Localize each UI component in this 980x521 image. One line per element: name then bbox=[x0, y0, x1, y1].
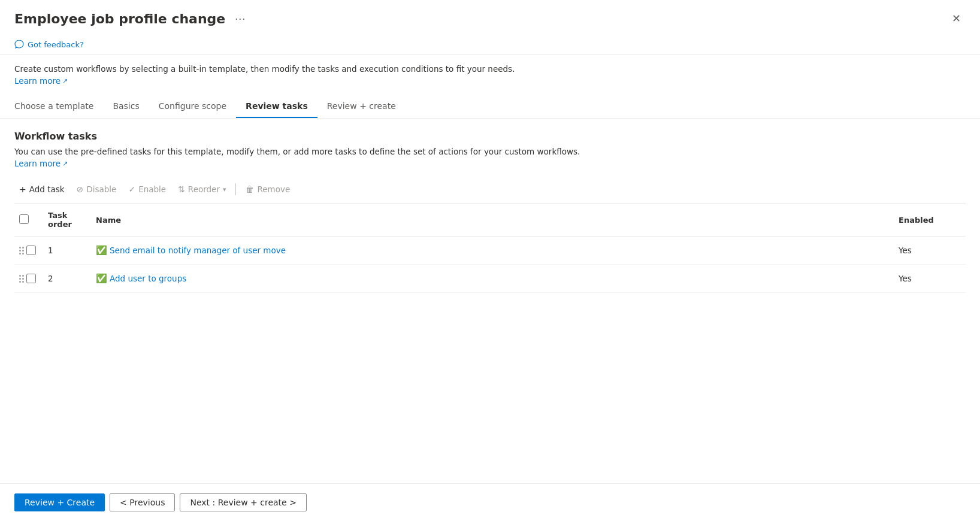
row1-task-link[interactable]: Send email to notify manager of user mov… bbox=[110, 246, 286, 255]
tab-review-create[interactable]: Review + create bbox=[317, 95, 406, 118]
row2-name: ✅ Add user to groups bbox=[91, 271, 894, 286]
header-left: Employee job profile change ··· bbox=[14, 11, 249, 26]
drag-handle-2[interactable] bbox=[19, 275, 24, 283]
enable-icon: ✓ bbox=[128, 184, 135, 194]
row1-checkbox[interactable] bbox=[26, 246, 36, 255]
description-section: Create custom workflows by selecting a b… bbox=[0, 54, 980, 90]
tab-configure-scope[interactable]: Configure scope bbox=[149, 95, 236, 118]
reorder-button[interactable]: ⇅ Reorder ▾ bbox=[173, 181, 231, 197]
add-task-button[interactable]: + Add task bbox=[14, 181, 69, 197]
row1-enabled: Yes bbox=[894, 243, 966, 258]
feedback-bar[interactable]: Got feedback? bbox=[0, 35, 980, 54]
row2-order: 2 bbox=[43, 271, 91, 286]
drag-handle-1[interactable] bbox=[19, 247, 24, 255]
toolbar-divider bbox=[235, 183, 236, 195]
external-link-icon: ↗ bbox=[62, 77, 68, 85]
learn-more-link-top[interactable]: Learn more ↗ bbox=[14, 76, 68, 86]
drag-dots-2 bbox=[19, 275, 24, 283]
col-name: Name bbox=[91, 213, 894, 227]
remove-button[interactable]: 🗑 Remove bbox=[241, 181, 295, 197]
table-row: 2 ✅ Add user to groups Yes bbox=[14, 265, 966, 293]
tab-choose-template[interactable]: Choose a template bbox=[14, 95, 103, 118]
next-button[interactable]: Next : Review + create > bbox=[180, 493, 306, 511]
learn-more-link-workflow[interactable]: Learn more ↗ bbox=[14, 159, 68, 168]
tab-basics[interactable]: Basics bbox=[103, 95, 149, 118]
task-table: Task order Name Enabled 1 bbox=[14, 204, 966, 293]
external-link-icon-2: ↗ bbox=[62, 160, 68, 168]
review-create-button[interactable]: Review + Create bbox=[14, 493, 105, 511]
ellipsis-button[interactable]: ··· bbox=[231, 11, 249, 26]
toolbar: + Add task ⊘ Disable ✓ Enable ⇅ Reorder … bbox=[14, 175, 966, 204]
row1-status-icon: ✅ bbox=[96, 245, 107, 256]
row2-task-link[interactable]: Add user to groups bbox=[110, 274, 186, 283]
row2-status-icon: ✅ bbox=[96, 273, 107, 284]
page-title: Employee job profile change bbox=[14, 11, 225, 26]
page-header: Employee job profile change ··· ✕ bbox=[0, 0, 980, 35]
trash-icon: 🗑 bbox=[246, 184, 254, 194]
select-all-checkbox[interactable] bbox=[19, 214, 29, 224]
row2-enabled: Yes bbox=[894, 271, 966, 286]
col-task-order: Task order bbox=[43, 208, 91, 231]
drag-dots-1 bbox=[19, 247, 24, 255]
disable-button[interactable]: ⊘ Disable bbox=[72, 181, 122, 197]
col-enabled: Enabled bbox=[894, 213, 966, 227]
feedback-icon bbox=[14, 40, 24, 49]
tabs-bar: Choose a template Basics Configure scope… bbox=[0, 95, 980, 119]
footer: Review + Create < Previous Next : Review… bbox=[0, 483, 980, 521]
row1-name: ✅ Send email to notify manager of user m… bbox=[91, 243, 894, 258]
main-content: Workflow tasks You can use the pre-defin… bbox=[0, 119, 980, 483]
row2-checkbox[interactable] bbox=[26, 274, 36, 283]
table-row: 1 ✅ Send email to notify manager of user… bbox=[14, 237, 966, 265]
add-icon: + bbox=[19, 184, 26, 194]
row1-order: 1 bbox=[43, 243, 91, 258]
header-checkbox-cell bbox=[14, 212, 43, 228]
disable-icon: ⊘ bbox=[77, 184, 84, 194]
feedback-label: Got feedback? bbox=[28, 40, 84, 49]
table-header: Task order Name Enabled bbox=[14, 204, 966, 237]
row2-drag-checkbox bbox=[14, 271, 43, 286]
reorder-icon: ⇅ bbox=[178, 184, 185, 194]
section-description: You can use the pre-defined tasks for th… bbox=[14, 147, 966, 156]
close-button[interactable]: ✕ bbox=[947, 10, 966, 28]
tab-review-tasks[interactable]: Review tasks bbox=[236, 95, 317, 118]
section-title: Workflow tasks bbox=[14, 131, 966, 142]
description-text: Create custom workflows by selecting a b… bbox=[14, 64, 966, 74]
row1-drag-checkbox bbox=[14, 243, 43, 258]
reorder-chevron: ▾ bbox=[223, 186, 226, 193]
enable-button[interactable]: ✓ Enable bbox=[123, 181, 171, 197]
previous-button[interactable]: < Previous bbox=[110, 493, 175, 511]
